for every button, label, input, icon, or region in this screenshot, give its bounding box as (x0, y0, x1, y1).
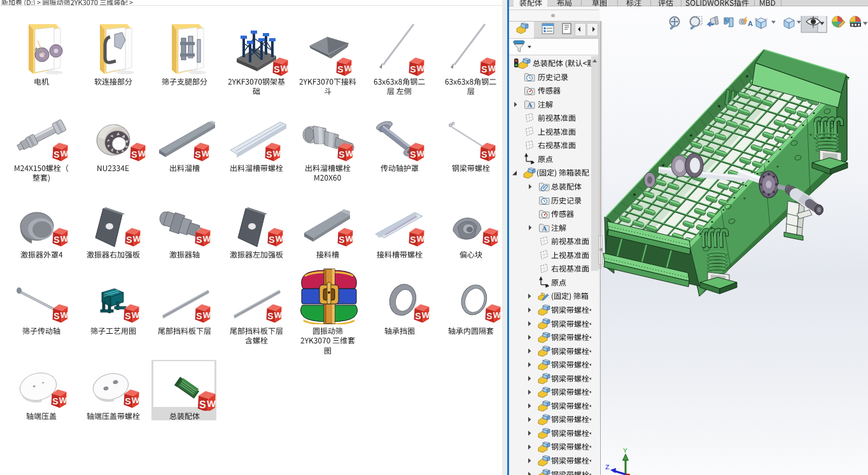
svg-text:A: A (542, 224, 547, 232)
svg-text:Z: Z (605, 464, 610, 471)
svg-text:Y: Y (623, 447, 627, 455)
svg-text:A: A (528, 101, 533, 109)
svg-text:A: A (748, 20, 753, 27)
